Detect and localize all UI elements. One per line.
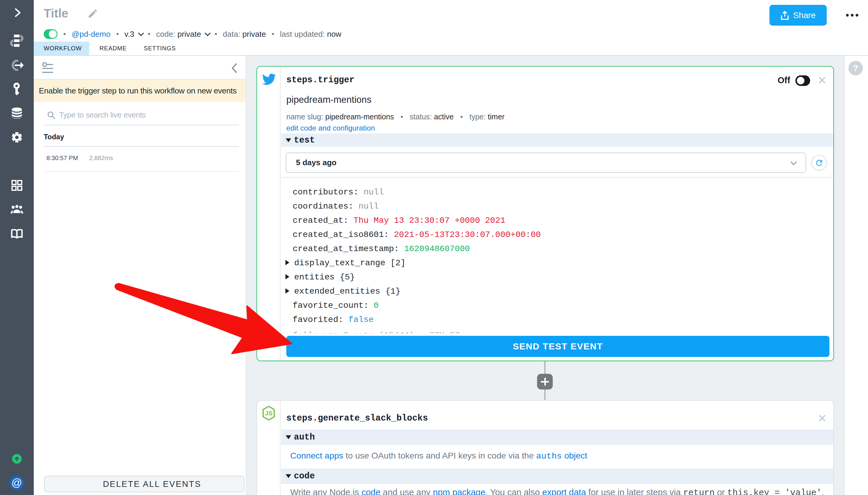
svg-text:JS: JS	[265, 410, 273, 416]
